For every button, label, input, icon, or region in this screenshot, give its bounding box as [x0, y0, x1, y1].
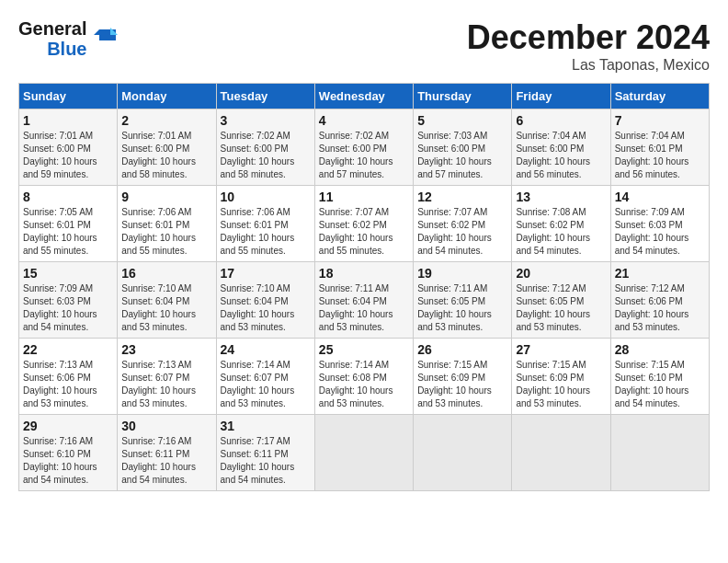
calendar-cell: 24Sunrise: 7:14 AM Sunset: 6:07 PM Dayli… — [216, 339, 314, 415]
day-number: 5 — [417, 113, 507, 128]
calendar-cell: 27Sunrise: 7:15 AM Sunset: 6:09 PM Dayli… — [512, 339, 610, 415]
calendar-cell: 13Sunrise: 7:08 AM Sunset: 6:02 PM Dayli… — [512, 186, 610, 262]
day-number: 1 — [23, 113, 113, 128]
day-info: Sunrise: 7:01 AM Sunset: 6:00 PM Dayligh… — [23, 130, 113, 181]
calendar-cell: 1Sunrise: 7:01 AM Sunset: 6:00 PM Daylig… — [19, 109, 118, 186]
calendar-cell: 2Sunrise: 7:01 AM Sunset: 6:00 PM Daylig… — [118, 109, 216, 186]
day-number: 17 — [221, 266, 311, 281]
day-number: 2 — [121, 113, 211, 128]
month-title: December 2024 — [467, 18, 710, 57]
calendar-week-3: 15Sunrise: 7:09 AM Sunset: 6:03 PM Dayli… — [19, 262, 710, 339]
day-number: 23 — [121, 342, 211, 357]
calendar-cell: 10Sunrise: 7:06 AM Sunset: 6:01 PM Dayli… — [216, 186, 314, 262]
day-number: 22 — [23, 342, 113, 357]
day-number: 19 — [417, 266, 507, 281]
logo-line1: General — [18, 18, 86, 39]
calendar-cell: 25Sunrise: 7:14 AM Sunset: 6:08 PM Dayli… — [314, 339, 413, 415]
calendar-cell — [512, 415, 610, 491]
day-info: Sunrise: 7:12 AM Sunset: 6:05 PM Dayligh… — [516, 282, 606, 334]
calendar-cell: 26Sunrise: 7:15 AM Sunset: 6:09 PM Dayli… — [414, 339, 512, 415]
calendar-table: SundayMondayTuesdayWednesdayThursdayFrid… — [18, 83, 710, 491]
day-header-monday: Monday — [118, 84, 216, 109]
svg-marker-1 — [110, 28, 118, 35]
day-info: Sunrise: 7:14 AM Sunset: 6:08 PM Dayligh… — [319, 359, 409, 410]
day-header-friday: Friday — [512, 84, 610, 109]
calendar-week-2: 8Sunrise: 7:05 AM Sunset: 6:01 PM Daylig… — [19, 186, 710, 262]
calendar-cell: 29Sunrise: 7:16 AM Sunset: 6:10 PM Dayli… — [19, 415, 118, 491]
calendar-cell: 19Sunrise: 7:11 AM Sunset: 6:05 PM Dayli… — [414, 262, 512, 339]
calendar-week-1: 1Sunrise: 7:01 AM Sunset: 6:00 PM Daylig… — [19, 109, 710, 186]
day-info: Sunrise: 7:13 AM Sunset: 6:06 PM Dayligh… — [23, 359, 113, 410]
day-number: 29 — [23, 419, 113, 433]
calendar-week-5: 29Sunrise: 7:16 AM Sunset: 6:10 PM Dayli… — [19, 415, 710, 491]
day-info: Sunrise: 7:04 AM Sunset: 6:01 PM Dayligh… — [615, 130, 705, 181]
day-info: Sunrise: 7:02 AM Sunset: 6:00 PM Dayligh… — [221, 130, 311, 181]
day-info: Sunrise: 7:03 AM Sunset: 6:00 PM Dayligh… — [417, 130, 507, 181]
logo-icon — [90, 26, 118, 52]
calendar-cell: 5Sunrise: 7:03 AM Sunset: 6:00 PM Daylig… — [414, 109, 512, 186]
logo-line2: Blue — [47, 39, 86, 59]
calendar-week-4: 22Sunrise: 7:13 AM Sunset: 6:06 PM Dayli… — [19, 339, 710, 415]
title-area: December 2024 Las Taponas, Mexico — [467, 18, 710, 74]
calendar-cell: 9Sunrise: 7:06 AM Sunset: 6:01 PM Daylig… — [118, 186, 216, 262]
calendar-cell: 15Sunrise: 7:09 AM Sunset: 6:03 PM Dayli… — [19, 262, 118, 339]
day-number: 13 — [516, 190, 606, 204]
day-number: 7 — [615, 113, 705, 128]
calendar-cell: 16Sunrise: 7:10 AM Sunset: 6:04 PM Dayli… — [118, 262, 216, 339]
calendar-cell: 4Sunrise: 7:02 AM Sunset: 6:00 PM Daylig… — [314, 109, 413, 186]
day-number: 24 — [221, 342, 311, 357]
calendar-cell: 6Sunrise: 7:04 AM Sunset: 6:00 PM Daylig… — [512, 109, 610, 186]
day-number: 3 — [221, 113, 311, 128]
day-info: Sunrise: 7:13 AM Sunset: 6:07 PM Dayligh… — [121, 359, 211, 410]
day-number: 10 — [221, 190, 311, 204]
calendar-cell: 23Sunrise: 7:13 AM Sunset: 6:07 PM Dayli… — [118, 339, 216, 415]
day-number: 9 — [121, 190, 211, 204]
day-number: 6 — [516, 113, 606, 128]
calendar-cell — [314, 415, 413, 491]
day-info: Sunrise: 7:02 AM Sunset: 6:00 PM Dayligh… — [319, 130, 409, 181]
calendar-cell: 30Sunrise: 7:16 AM Sunset: 6:11 PM Dayli… — [118, 415, 216, 491]
day-info: Sunrise: 7:10 AM Sunset: 6:04 PM Dayligh… — [121, 282, 211, 334]
day-number: 25 — [319, 342, 409, 357]
calendar-cell: 12Sunrise: 7:07 AM Sunset: 6:02 PM Dayli… — [414, 186, 512, 262]
day-number: 26 — [417, 342, 507, 357]
calendar-cell: 31Sunrise: 7:17 AM Sunset: 6:11 PM Dayli… — [216, 415, 314, 491]
day-info: Sunrise: 7:09 AM Sunset: 6:03 PM Dayligh… — [23, 282, 113, 334]
day-info: Sunrise: 7:07 AM Sunset: 6:02 PM Dayligh… — [319, 206, 409, 258]
day-info: Sunrise: 7:11 AM Sunset: 6:05 PM Dayligh… — [417, 282, 507, 334]
day-number: 31 — [221, 419, 311, 433]
day-header-saturday: Saturday — [610, 84, 709, 109]
day-number: 4 — [319, 113, 409, 128]
location-title: Las Taponas, Mexico — [467, 57, 710, 74]
calendar-cell — [414, 415, 512, 491]
day-number: 12 — [417, 190, 507, 204]
day-number: 27 — [516, 342, 606, 357]
day-number: 20 — [516, 266, 606, 281]
page-header: General Blue December 2024 Las Taponas, … — [18, 18, 710, 74]
day-info: Sunrise: 7:17 AM Sunset: 6:11 PM Dayligh… — [221, 435, 311, 487]
calendar-cell: 17Sunrise: 7:10 AM Sunset: 6:04 PM Dayli… — [216, 262, 314, 339]
day-info: Sunrise: 7:16 AM Sunset: 6:11 PM Dayligh… — [121, 435, 211, 487]
day-info: Sunrise: 7:08 AM Sunset: 6:02 PM Dayligh… — [516, 206, 606, 258]
day-header-thursday: Thursday — [414, 84, 512, 109]
day-info: Sunrise: 7:04 AM Sunset: 6:00 PM Dayligh… — [516, 130, 606, 181]
day-info: Sunrise: 7:14 AM Sunset: 6:07 PM Dayligh… — [221, 359, 311, 410]
day-header-tuesday: Tuesday — [216, 84, 314, 109]
calendar-cell: 14Sunrise: 7:09 AM Sunset: 6:03 PM Dayli… — [610, 186, 709, 262]
calendar-cell: 7Sunrise: 7:04 AM Sunset: 6:01 PM Daylig… — [610, 109, 709, 186]
day-info: Sunrise: 7:12 AM Sunset: 6:06 PM Dayligh… — [615, 282, 705, 334]
day-info: Sunrise: 7:10 AM Sunset: 6:04 PM Dayligh… — [221, 282, 311, 334]
day-info: Sunrise: 7:11 AM Sunset: 6:04 PM Dayligh… — [319, 282, 409, 334]
day-info: Sunrise: 7:07 AM Sunset: 6:02 PM Dayligh… — [417, 206, 507, 258]
calendar-cell: 3Sunrise: 7:02 AM Sunset: 6:00 PM Daylig… — [216, 109, 314, 186]
calendar-cell: 21Sunrise: 7:12 AM Sunset: 6:06 PM Dayli… — [610, 262, 709, 339]
day-number: 8 — [23, 190, 113, 204]
day-info: Sunrise: 7:06 AM Sunset: 6:01 PM Dayligh… — [121, 206, 211, 258]
day-info: Sunrise: 7:15 AM Sunset: 6:09 PM Dayligh… — [417, 359, 507, 410]
header-row: SundayMondayTuesdayWednesdayThursdayFrid… — [19, 84, 710, 109]
day-header-wednesday: Wednesday — [314, 84, 413, 109]
day-number: 28 — [615, 342, 705, 357]
calendar-cell: 18Sunrise: 7:11 AM Sunset: 6:04 PM Dayli… — [314, 262, 413, 339]
day-number: 18 — [319, 266, 409, 281]
logo: General Blue — [18, 18, 118, 59]
